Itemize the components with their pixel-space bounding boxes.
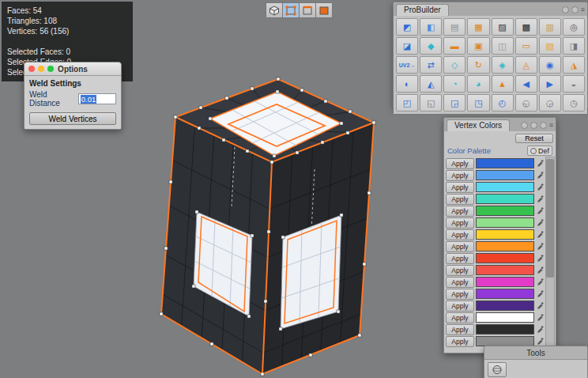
vertex-handle[interactable] — [195, 210, 198, 214]
apply-button[interactable]: Apply — [446, 158, 474, 169]
window-menu-icon[interactable]: ≡ — [581, 6, 585, 13]
tools-titlebar[interactable]: Tools — [484, 346, 587, 360]
vertex-handle[interactable] — [264, 300, 267, 303]
color-picker-icon[interactable] — [536, 266, 545, 274]
vertex-handle[interactable] — [160, 312, 163, 316]
probuilder-tool-button[interactable]: ⇄ — [420, 56, 442, 74]
vertex-handle[interactable] — [164, 247, 168, 250]
probuilder-tool-button[interactable]: ▤ — [443, 18, 466, 36]
probuilder-tool-button[interactable]: ◒ — [563, 75, 585, 93]
color-swatch[interactable] — [476, 170, 534, 180]
color-picker-icon[interactable] — [536, 254, 545, 263]
probuilder-tool-button[interactable]: ◈ — [492, 56, 514, 74]
vertex-handle[interactable] — [309, 353, 312, 357]
vertex-handle[interactable] — [198, 127, 201, 130]
palette-asset-field[interactable]: Def — [527, 146, 552, 156]
scrollbar-thumb[interactable] — [546, 159, 554, 278]
probuilder-tool-button[interactable]: ◧ — [420, 18, 442, 36]
probuilder-tool-button[interactable]: UV2→ — [396, 56, 418, 74]
window-control-icon[interactable] — [521, 122, 528, 129]
minimize-icon[interactable] — [38, 66, 44, 72]
probuilder-tool-button[interactable]: ◀ — [515, 75, 537, 93]
color-picker-icon[interactable] — [536, 230, 545, 239]
probuilder-tool-button[interactable]: ◐ — [396, 75, 418, 93]
weld-distance-input[interactable]: 0.01 — [78, 93, 116, 104]
probuilder-tool-button[interactable]: ▲ — [492, 75, 514, 93]
vertex-mode-button[interactable] — [282, 2, 300, 18]
tools-button[interactable] — [488, 362, 507, 377]
probuilder-tool-button[interactable]: ◳ — [467, 94, 489, 112]
apply-button[interactable]: Apply — [446, 182, 474, 193]
options-titlebar[interactable]: Options — [24, 62, 121, 76]
apply-button[interactable]: Apply — [446, 170, 474, 181]
color-swatch[interactable] — [476, 289, 534, 299]
window-menu-icon[interactable]: ≡ — [549, 122, 553, 129]
probuilder-tool-button[interactable]: ◰ — [396, 94, 418, 112]
vertex-handle[interactable] — [372, 121, 375, 124]
vertex-handle[interactable] — [300, 89, 303, 92]
color-swatch[interactable] — [476, 253, 534, 263]
color-swatch[interactable] — [476, 324, 534, 335]
probuilder-tool-button[interactable]: ▶ — [539, 75, 561, 93]
color-picker-icon[interactable] — [536, 159, 545, 168]
apply-button[interactable]: Apply — [446, 217, 474, 229]
vertex-handle[interactable] — [358, 334, 361, 337]
vertex-handle[interactable] — [346, 131, 349, 134]
probuilder-tool-button[interactable]: ◪ — [396, 37, 418, 55]
reset-button[interactable]: Reset — [515, 134, 553, 143]
vertex-handle[interactable] — [251, 87, 254, 90]
color-swatch[interactable] — [476, 241, 534, 251]
probuilder-tool-button[interactable]: ◱ — [420, 94, 442, 112]
probuilder-tool-button[interactable]: ◎ — [563, 18, 585, 36]
probuilder-tool-button[interactable]: ↻ — [467, 56, 489, 74]
vertex-handle[interactable] — [324, 100, 327, 103]
color-swatch[interactable] — [476, 312, 534, 323]
probuilder-tool-button[interactable]: ◬ — [515, 56, 537, 74]
color-swatch[interactable] — [476, 229, 534, 240]
apply-button[interactable]: Apply — [446, 324, 474, 335]
probuilder-tool-button[interactable]: ▧ — [539, 37, 561, 55]
probuilder-tool-button[interactable]: ▨ — [492, 18, 514, 36]
probuilder-tool-button[interactable]: ◷ — [563, 94, 585, 112]
probuilder-tool-button[interactable]: ◕ — [467, 75, 489, 93]
window-control-icon[interactable] — [540, 122, 547, 129]
color-picker-icon[interactable] — [536, 337, 545, 346]
vertex-handle[interactable] — [340, 214, 343, 217]
apply-button[interactable]: Apply — [446, 241, 474, 252]
probuilder-tool-button[interactable]: ◮ — [563, 56, 585, 74]
object-mode-button[interactable] — [266, 2, 283, 18]
vertex-handle[interactable] — [279, 327, 282, 331]
vertex-handle[interactable] — [273, 154, 276, 157]
color-picker-icon[interactable] — [536, 195, 545, 203]
apply-button[interactable]: Apply — [446, 312, 474, 323]
window-control-icon[interactable] — [571, 6, 579, 13]
probuilder-tool-button[interactable]: ◇ — [443, 56, 466, 74]
vertex-handle[interactable] — [210, 342, 213, 346]
color-swatch[interactable] — [476, 217, 534, 228]
color-picker-icon[interactable] — [536, 289, 545, 298]
apply-button[interactable]: Apply — [446, 194, 474, 205]
vertex-handle[interactable] — [363, 263, 366, 266]
apply-button[interactable]: Apply — [446, 336, 474, 347]
probuilder-tool-button[interactable]: ◨ — [563, 37, 585, 55]
color-picker-icon[interactable] — [536, 325, 545, 334]
probuilder-tool-button[interactable]: ◭ — [420, 75, 442, 93]
probuilder-tool-button[interactable]: ▬ — [443, 37, 466, 55]
probuilder-tool-button[interactable]: ◔ — [443, 75, 466, 93]
color-picker-icon[interactable] — [536, 171, 545, 180]
probuilder-tool-button[interactable]: ▭ — [515, 37, 537, 55]
vertex-handle[interactable] — [192, 285, 195, 288]
vertex-handle[interactable] — [281, 236, 285, 239]
window-control-icon[interactable] — [562, 6, 569, 13]
apply-button[interactable]: Apply — [446, 277, 474, 288]
vertex-handle[interactable] — [267, 230, 270, 233]
tab-vertex-colors[interactable]: Vertex Colors — [447, 119, 510, 131]
color-swatch[interactable] — [476, 206, 534, 216]
color-picker-icon[interactable] — [536, 313, 545, 322]
color-picker-icon[interactable] — [536, 183, 545, 191]
vertex-handle[interactable] — [296, 151, 299, 154]
probuilder-tool-button[interactable]: ◫ — [492, 37, 514, 55]
vertex-handle[interactable] — [209, 117, 212, 120]
vertex-handle[interactable] — [277, 77, 280, 81]
color-picker-icon[interactable] — [536, 242, 545, 251]
